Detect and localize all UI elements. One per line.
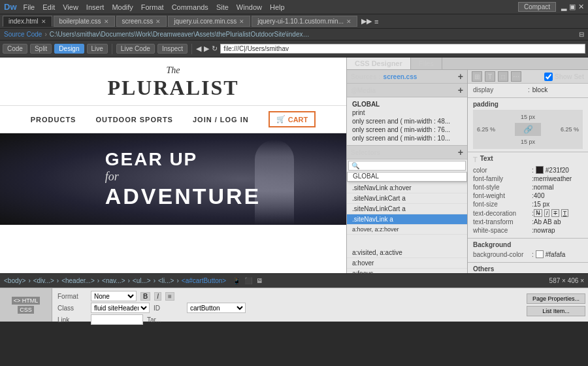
restore-icon[interactable]: ▣ bbox=[569, 3, 576, 11]
italic-icon[interactable]: I bbox=[544, 209, 550, 217]
media-add-button[interactable]: + bbox=[458, 85, 463, 95]
tab-screen-css[interactable]: screen.css ✕ bbox=[116, 16, 167, 27]
close-icon[interactable]: ✕ bbox=[578, 3, 584, 11]
split-button[interactable]: Split bbox=[30, 44, 52, 54]
mobile-icon[interactable]: 📱 bbox=[233, 277, 240, 284]
more-tabs-icon[interactable]: ▶▶ bbox=[361, 17, 372, 25]
media-global[interactable]: GLOBAL bbox=[352, 100, 462, 108]
selectors-search-input[interactable] bbox=[348, 161, 466, 171]
live-button[interactable]: Live bbox=[87, 44, 108, 54]
cart-button[interactable]: 🛒 CART bbox=[269, 111, 316, 127]
browser-view: The PLURALIST PRODUCTS OUTDOOR SPORTS JO… bbox=[0, 58, 346, 273]
media-item-1[interactable]: only screen and ( min-width : 48... bbox=[352, 117, 462, 125]
page-properties-button[interactable]: Page Properties... bbox=[527, 293, 585, 304]
compact-button[interactable]: Compact bbox=[518, 2, 556, 12]
background-title: Background bbox=[473, 241, 583, 248]
border-icon[interactable]: □ bbox=[498, 71, 508, 82]
css-badge[interactable]: CSS bbox=[18, 306, 34, 314]
text-icon[interactable]: T bbox=[485, 71, 495, 82]
tab-jquery-ui-core[interactable]: jquery.ui.core.min.css ✕ bbox=[168, 16, 250, 27]
id-select[interactable]: cartButton bbox=[187, 303, 246, 313]
live-code-button[interactable]: Live Code bbox=[116, 44, 155, 54]
nav-join[interactable]: JOIN / LOG IN bbox=[193, 116, 249, 124]
refresh-icon[interactable]: ↻ bbox=[212, 44, 218, 53]
html-badge[interactable]: <> HTML bbox=[12, 297, 41, 305]
selector-item-6[interactable]: a:visited, a:active bbox=[347, 248, 467, 258]
bg-color-swatch[interactable] bbox=[536, 250, 544, 258]
breadcrumb-nav[interactable]: <nav...> bbox=[102, 277, 125, 284]
italic-button[interactable]: I bbox=[154, 292, 161, 301]
files-icon[interactable]: ≡ bbox=[374, 18, 378, 25]
breadcrumb-header[interactable]: <header...> bbox=[61, 277, 95, 284]
desktop-icon[interactable]: 🖥 bbox=[256, 277, 263, 284]
nav-products[interactable]: PRODUCTS bbox=[31, 116, 76, 124]
filter-icon[interactable]: ⊟ bbox=[579, 31, 584, 38]
menu-modify[interactable]: Modify bbox=[112, 3, 133, 11]
menu-insert[interactable]: Insert bbox=[86, 3, 105, 11]
selector-tooltip: .siteNavLink a defined under GLOBAL bbox=[347, 173, 467, 182]
menu-site[interactable]: Site bbox=[216, 3, 229, 11]
tab-index-html[interactable]: index.html ✕ bbox=[3, 16, 52, 27]
underline-icon[interactable]: T bbox=[561, 209, 569, 217]
display-key: display bbox=[473, 86, 525, 93]
breadcrumb-li[interactable]: <li...> bbox=[158, 277, 174, 284]
menu-help[interactable]: Help bbox=[270, 3, 285, 11]
show-set-checkbox[interactable] bbox=[544, 73, 553, 81]
menu-commands[interactable]: Commands bbox=[172, 3, 208, 11]
breadcrumb-a[interactable]: <a#cartButton> bbox=[182, 277, 226, 284]
nav-outdoor[interactable]: OUTDOOR SPORTS bbox=[95, 116, 173, 124]
no-decoration-icon[interactable]: N̶ bbox=[534, 209, 542, 217]
close-tab-icon[interactable]: ✕ bbox=[346, 18, 351, 25]
inspect-button[interactable]: Inspect bbox=[157, 44, 188, 54]
url-bar[interactable] bbox=[220, 44, 585, 54]
menu-view[interactable]: View bbox=[63, 3, 78, 11]
menu-format[interactable]: Format bbox=[141, 3, 164, 11]
selector-item-4[interactable]: .siteNavLink a bbox=[347, 214, 467, 225]
menu-window[interactable]: Window bbox=[237, 3, 262, 11]
bold-button[interactable]: B bbox=[140, 292, 150, 301]
sources-file[interactable]: screen.css bbox=[384, 73, 417, 80]
tab-boilerplate[interactable]: boilerplate.css ✕ bbox=[54, 16, 115, 27]
code-button[interactable]: Code bbox=[3, 44, 27, 54]
class-select[interactable]: fluid siteHeader bbox=[91, 303, 150, 313]
breadcrumb-body[interactable]: <body> bbox=[4, 277, 25, 284]
media-item-0[interactable]: print bbox=[352, 108, 462, 117]
breadcrumb-div[interactable]: <div...> bbox=[33, 277, 54, 284]
padding-link-icon[interactable]: 🔗 bbox=[523, 125, 533, 134]
menu-file[interactable]: File bbox=[24, 3, 35, 11]
layout-icon[interactable]: ⊞ bbox=[472, 71, 482, 82]
breadcrumb-ul[interactable]: <ul...> bbox=[133, 277, 151, 284]
format-select[interactable]: None bbox=[91, 291, 137, 301]
selector-item-1[interactable]: .siteNavLink a:hover bbox=[347, 183, 467, 193]
minimize-icon[interactable]: ▂ bbox=[561, 3, 566, 11]
close-tab-icon[interactable]: ✕ bbox=[155, 18, 161, 25]
media-item-2[interactable]: only screen and ( min-width : 76... bbox=[352, 125, 462, 134]
props-form: Format None B I ≡ Class fluid siteHeader… bbox=[52, 288, 524, 322]
close-tab-icon[interactable]: ✕ bbox=[41, 18, 46, 25]
nav-back-icon[interactable]: ◀ bbox=[196, 44, 201, 53]
list-item-button[interactable]: List Item... bbox=[527, 306, 585, 316]
sources-add-button[interactable]: + bbox=[458, 71, 463, 82]
tab-files[interactable]: Files bbox=[411, 58, 442, 69]
selector-item-2[interactable]: .siteNavLinkCart a bbox=[347, 193, 467, 204]
link-input[interactable] bbox=[91, 314, 143, 325]
media-item-3[interactable]: only screen and ( min-width : 10... bbox=[352, 134, 462, 142]
selectors-add-button[interactable]: + bbox=[458, 147, 463, 158]
selectors-container: COMPUTED .siteNavLink a:hover .siteNavLi… bbox=[347, 173, 467, 273]
tab-jquery-custom[interactable]: jquery-ui-1.10.1.custom.min... ✕ bbox=[252, 16, 357, 27]
nav-forward-icon[interactable]: ▶ bbox=[204, 44, 209, 53]
selector-item-7[interactable]: a:hover bbox=[347, 258, 467, 269]
selector-item-8[interactable]: a:focus bbox=[347, 269, 467, 273]
design-button[interactable]: Design bbox=[54, 44, 84, 54]
selector-item-3[interactable]: .siteNavLinkCart a bbox=[347, 204, 467, 214]
selector-item-5[interactable]: a:hover, a:z:hover bbox=[347, 225, 467, 235]
menu-edit[interactable]: Edit bbox=[42, 3, 55, 11]
close-tab-icon[interactable]: ✕ bbox=[104, 18, 109, 25]
misc-icon[interactable]: ⋯ bbox=[511, 71, 521, 82]
align-icons[interactable]: ≡ bbox=[165, 292, 174, 301]
tab-css-designer[interactable]: CSS Designer bbox=[347, 58, 411, 69]
close-tab-icon[interactable]: ✕ bbox=[239, 18, 244, 25]
color-swatch[interactable] bbox=[536, 166, 544, 174]
tablet-icon[interactable]: ⬛ bbox=[244, 277, 252, 284]
tthrough-icon[interactable]: T bbox=[551, 209, 559, 217]
